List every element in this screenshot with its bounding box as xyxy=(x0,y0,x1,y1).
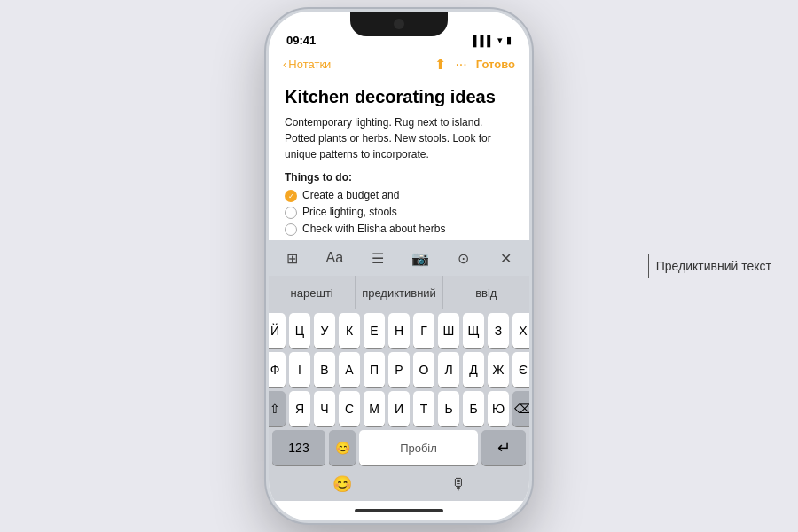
emoji-key[interactable]: 😊 xyxy=(329,430,356,466)
space-key[interactable]: Пробіл xyxy=(359,430,478,466)
note-content: Kitchen decorating ideas Contemporary li… xyxy=(269,78,529,240)
annotation: Предиктивний текст xyxy=(648,254,771,278)
backspace-key[interactable]: ⌫ xyxy=(512,391,529,426)
key-щ[interactable]: Щ xyxy=(463,313,484,348)
keyboard-row-2: Ф І В А П Р О Л Д Ж Є xyxy=(272,352,526,387)
chevron-left-icon: ‹ xyxy=(283,58,286,71)
key-о[interactable]: О xyxy=(413,352,434,387)
phone-inner: 09:41 ▌▌▌ ▾ ▮ ‹ Нотатки ⬆ ··· Гото xyxy=(269,12,529,520)
predictive-bar: нарешті предиктивний ввід xyxy=(269,276,529,309)
note-title: Kitchen decorating ideas xyxy=(285,87,513,107)
font-icon[interactable]: Aa xyxy=(322,246,347,270)
key-и[interactable]: И xyxy=(388,391,410,426)
todo-item-3: Check with Elisha about herbs xyxy=(285,223,513,236)
key-р[interactable]: Р xyxy=(388,352,410,387)
checklist-icon[interactable]: ☰ xyxy=(365,246,390,270)
todo-item-1: ✓ Create a budget and xyxy=(285,189,513,202)
todo-item-2: Price lighting, stools xyxy=(285,206,513,219)
key-д[interactable]: Д xyxy=(463,352,484,387)
key-а[interactable]: А xyxy=(339,352,360,387)
emoji-bottom-icon[interactable]: 😊 xyxy=(332,474,352,494)
shift-key[interactable]: ⇧ xyxy=(269,391,286,426)
bottom-bar: 😊 🎙 xyxy=(269,471,529,501)
predictive-word-3[interactable]: ввід xyxy=(443,276,529,309)
key-в[interactable]: В xyxy=(314,352,335,387)
nav-back-label: Нотатки xyxy=(288,58,331,71)
mic-icon[interactable]: 🎙 xyxy=(450,475,466,494)
nav-bar: ‹ Нотатки ⬆ ··· Готово xyxy=(269,51,529,78)
key-е[interactable]: Е xyxy=(364,313,385,348)
table-icon[interactable]: ⊞ xyxy=(279,246,304,270)
notch xyxy=(350,12,448,36)
nav-back-button[interactable]: ‹ Нотатки xyxy=(283,58,331,71)
key-к[interactable]: К xyxy=(339,313,360,348)
status-time: 09:41 xyxy=(286,34,316,47)
key-х[interactable]: Х xyxy=(512,313,529,348)
keyboard: Й Ц У К Е Н Г Ш Щ З Х Ф І В А xyxy=(269,309,529,471)
key-є[interactable]: Є xyxy=(512,352,529,387)
key-т[interactable]: Т xyxy=(413,391,434,426)
section-label: Things to do: xyxy=(285,171,513,184)
key-м[interactable]: М xyxy=(364,391,385,426)
annotation-text: Предиктивний текст xyxy=(656,259,771,273)
close-icon[interactable]: ✕ xyxy=(494,246,519,270)
return-key[interactable]: ↵ xyxy=(481,430,526,466)
keyboard-row-3: ⇧ Я Ч С М И Т Ь Б Ю ⌫ xyxy=(272,391,526,426)
predictive-word-1[interactable]: нарешті xyxy=(269,276,356,309)
todo-text-2: Price lighting, stools xyxy=(302,206,397,218)
key-ч[interactable]: Ч xyxy=(314,391,335,426)
key-ь[interactable]: Ь xyxy=(438,391,459,426)
key-п[interactable]: П xyxy=(364,352,385,387)
key-г[interactable]: Г xyxy=(413,313,434,348)
key-з[interactable]: З xyxy=(488,313,509,348)
key-л[interactable]: Л xyxy=(438,352,459,387)
markup-icon[interactable]: ⊙ xyxy=(451,246,476,270)
keyboard-row-1: Й Ц У К Е Н Г Ш Щ З Х xyxy=(272,313,526,348)
status-icons: ▌▌▌ ▾ ▮ xyxy=(473,35,512,46)
note-body: Contemporary lighting. Rug next to islan… xyxy=(285,114,513,162)
key-і[interactable]: І xyxy=(289,352,310,387)
battery-icon: ▮ xyxy=(506,35,512,46)
key-б[interactable]: Б xyxy=(463,391,484,426)
keyboard-row-4: 123 😊 Пробіл ↵ xyxy=(272,430,526,466)
wifi-icon: ▾ xyxy=(497,35,503,46)
camera-notch xyxy=(394,19,404,29)
more-icon[interactable]: ··· xyxy=(455,57,466,73)
signal-icon: ▌▌▌ xyxy=(473,35,494,46)
todo-text-1: Create a budget and xyxy=(302,189,399,201)
key-ю[interactable]: Ю xyxy=(488,391,509,426)
key-н[interactable]: Н xyxy=(388,313,410,348)
todo-check-3[interactable] xyxy=(285,223,297,236)
home-bar xyxy=(355,509,443,512)
todo-check-2[interactable] xyxy=(285,207,297,219)
todo-check-1[interactable]: ✓ xyxy=(285,190,297,202)
key-ц[interactable]: Ц xyxy=(289,313,310,348)
toolbar: ⊞ Aa ☰ 📷 ⊙ ✕ xyxy=(269,240,529,276)
nav-actions: ⬆ ··· Готово xyxy=(434,56,515,73)
share-icon[interactable]: ⬆ xyxy=(434,56,446,73)
key-ф[interactable]: Ф xyxy=(269,352,286,387)
done-button[interactable]: Готово xyxy=(476,58,515,71)
key-ж[interactable]: Ж xyxy=(488,352,509,387)
key-я[interactable]: Я xyxy=(289,391,310,426)
key-й[interactable]: Й xyxy=(269,313,286,348)
key-ш[interactable]: Ш xyxy=(438,313,459,348)
annotation-line xyxy=(648,254,649,278)
camera-icon[interactable]: 📷 xyxy=(408,246,433,270)
scene: 09:41 ▌▌▌ ▾ ▮ ‹ Нотатки ⬆ ··· Гото xyxy=(0,0,798,532)
notch-bar: 09:41 ▌▌▌ ▾ ▮ xyxy=(269,12,529,51)
key-у[interactable]: У xyxy=(314,313,335,348)
num-key[interactable]: 123 xyxy=(272,430,325,466)
key-с[interactable]: С xyxy=(339,391,360,426)
home-indicator xyxy=(269,501,529,520)
predictive-word-2[interactable]: предиктивний xyxy=(356,276,442,309)
todo-text-3: Check with Elisha about herbs xyxy=(302,223,445,235)
phone: 09:41 ▌▌▌ ▾ ▮ ‹ Нотатки ⬆ ··· Гото xyxy=(266,9,532,523)
